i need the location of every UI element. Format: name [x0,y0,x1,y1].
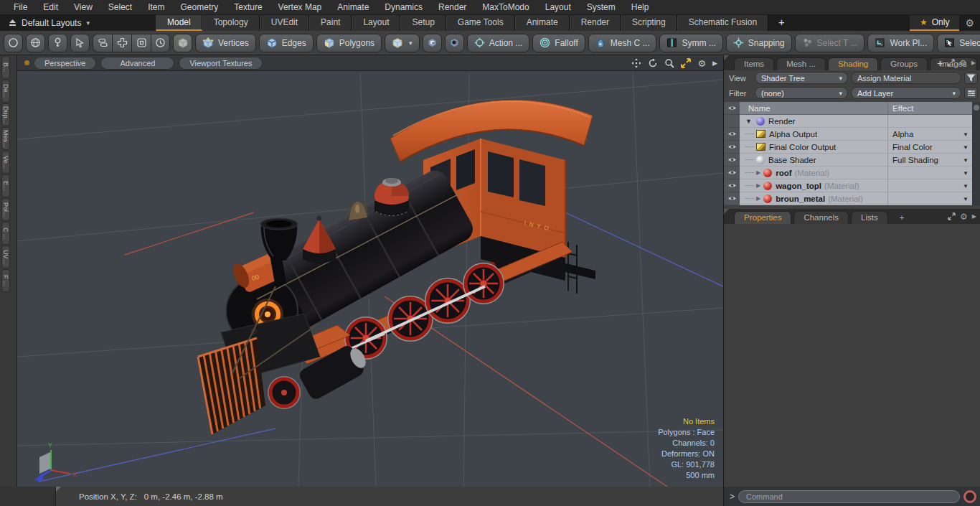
symmetry-button[interactable]: Symm ... [659,34,722,52]
left-tab-falloff[interactable]: F ... [1,269,10,292]
tab-channels[interactable]: Channels [793,211,849,224]
menu-layout[interactable]: Layout [537,0,579,15]
visibility-column-header[interactable] [724,102,740,115]
tab-groups[interactable]: Groups [880,57,928,70]
sphere-tool-button[interactable] [26,34,45,52]
left-tab-deform[interactable]: De... [1,80,10,103]
command-input[interactable] [738,490,960,503]
only-button[interactable]: ★ Only [910,15,959,31]
expand-panel-icon[interactable] [947,59,955,67]
action-center-button[interactable]: Action ... [467,34,530,52]
tab-lists[interactable]: Lists [851,211,888,224]
visibility-toggle[interactable] [724,128,740,141]
assign-material-button[interactable]: Assign Material [851,72,961,84]
tab-shading[interactable]: Shading [828,57,878,70]
polygons-mode-button[interactable]: Polygons [316,34,382,52]
tab-animate[interactable]: Animate [515,15,570,31]
menu-help[interactable]: Help [623,0,657,15]
left-tab-polygon[interactable]: Pol... [1,198,10,221]
add-layer-dropdown[interactable]: Add Layer ▾ [851,87,961,99]
effect-dropdown[interactable]: ▾ [959,179,972,192]
snapping-button[interactable]: Snapping [726,34,792,52]
menu-system[interactable]: System [579,0,623,15]
effect-dropdown[interactable]: ▾ [959,141,972,154]
column-header-effect[interactable]: Effect [887,102,959,115]
viewport-gear-icon[interactable]: ⚙ [697,58,706,69]
tab-layout[interactable]: Layout [352,15,400,31]
filter-dropdown[interactable]: (none) ▾ [755,87,848,99]
left-tab-vertex[interactable]: Ve... [1,151,10,174]
tab-schematic-fusion[interactable]: Schematic Fusion [677,15,768,31]
tree-row-wagon-topl-material[interactable]: ▶wagon_topl(Material) ▾ [724,179,980,192]
add-lower-tab-button[interactable]: + [890,212,914,224]
falloff-button[interactable]: Falloff [532,34,585,52]
panel-gear-icon[interactable]: ⚙ [960,212,968,222]
left-tab-mesh[interactable]: Mes... [1,127,10,150]
visibility-toggle[interactable] [724,154,740,167]
left-tab-curve[interactable]: C ... [1,222,10,245]
visibility-toggle[interactable] [724,167,740,179]
panel-flyout-icon[interactable]: ▶ [971,60,976,66]
menu-animate[interactable]: Animate [329,0,377,15]
panel-gear-icon[interactable]: ⚙ [959,58,967,68]
expand-panel-icon[interactable] [948,212,956,220]
visibility-toggle[interactable] [724,192,740,205]
menu-edit[interactable]: Edit [35,0,66,15]
ellipse-tool-button[interactable] [4,34,23,52]
view-mode-dropdown[interactable]: Shader Tree ▾ [755,72,848,84]
scrollbar-knob[interactable] [974,105,979,111]
time-mode-button[interactable] [151,34,170,52]
tab-game-tools[interactable]: Game Tools [446,15,515,31]
pin-tool-button[interactable] [48,34,67,52]
layer-list-options-button[interactable] [964,87,978,99]
tab-setup[interactable]: Setup [400,15,446,31]
layout-switcher[interactable]: Default Layouts ▾ [0,15,98,31]
vertices-mode-button[interactable]: Vertices [195,34,256,52]
disclosure-open-icon[interactable]: ▼ [745,118,752,125]
disclosure-closed-icon[interactable]: ▶ [756,195,760,202]
left-tab-uv[interactable]: UV... [1,245,10,268]
layers-mode-button[interactable] [93,34,112,52]
mesh-constraints-button[interactable]: Mesh C ... [588,34,657,52]
orbit-icon[interactable] [648,58,658,68]
zoom-icon[interactable] [664,58,674,68]
viewport-flyout-icon[interactable]: ▶ [712,60,717,67]
viewport-camera-selector[interactable]: Perspective [34,57,96,70]
menu-item[interactable]: Item [140,0,172,15]
tab-render[interactable]: Render [570,15,621,31]
effect-dropdown[interactable]: ▾ [959,192,972,205]
tree-row-render[interactable]: ▼ Render [724,115,980,128]
effect-dropdown[interactable]: ▾ [959,167,972,179]
tree-row-final-color-output[interactable]: Final Color Output Final Color ▾ [724,141,980,154]
tab-uvedit[interactable]: UVEdit [260,15,309,31]
component-mode-dropdown[interactable]: ▾ [385,34,420,52]
menu-render[interactable]: Render [430,0,474,15]
cube-marker-a-button[interactable] [423,34,442,52]
menu-view[interactable]: View [66,0,100,15]
menu-geometry[interactable]: Geometry [173,0,227,15]
viewport-texture-selector[interactable]: Viewport Textures [179,57,263,70]
tab-mesh[interactable]: Mesh ... [776,57,826,70]
pan-icon[interactable] [631,58,641,68]
visibility-toggle[interactable] [724,179,740,192]
tab-model[interactable]: Model [156,15,202,31]
tab-paint[interactable]: Paint [309,15,352,31]
disclosure-closed-icon[interactable]: ▶ [756,182,760,189]
menu-texture[interactable]: Texture [226,0,270,15]
column-header-name[interactable]: Name [740,102,887,115]
tree-row-roof-material[interactable]: ▶roof(Material) ▾ [724,167,980,179]
menu-maxtomodo[interactable]: MaxToModo [474,0,537,15]
tab-scripting[interactable]: Scripting [621,15,677,31]
left-tab-edge[interactable]: E... [1,174,10,197]
viewport-shading-selector[interactable]: Advanced [100,57,174,70]
tab-properties[interactable]: Properties [734,211,791,224]
selection-sets-button[interactable]: Selecti ... [937,34,980,52]
menu-dynamics[interactable]: Dynamics [377,0,430,15]
square-frame-mode-button[interactable] [131,34,151,52]
menu-select[interactable]: Select [100,0,140,15]
left-tab-basic[interactable]: B... [1,56,10,79]
work-plane-button[interactable]: Work Pl... [867,34,934,52]
tree-row-broun-metal-material[interactable]: ▶broun_metal(Material) ▾ [724,192,980,205]
left-tab-duplicate[interactable]: Dup... [1,103,10,126]
effect-dropdown[interactable]: ▾ [959,154,972,167]
